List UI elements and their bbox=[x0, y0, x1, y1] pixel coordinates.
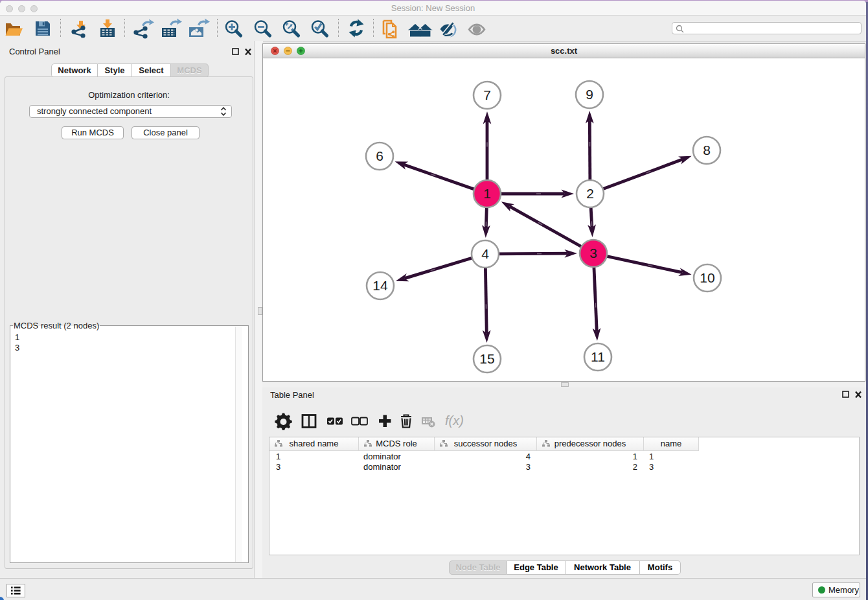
svg-text:7: 7 bbox=[483, 87, 491, 102]
svg-text:6: 6 bbox=[376, 148, 383, 163]
svg-text:3: 3 bbox=[589, 246, 597, 260]
svg-text:9: 9 bbox=[586, 87, 593, 102]
svg-text:1: 1 bbox=[483, 186, 491, 201]
svg-text:4: 4 bbox=[481, 246, 489, 261]
svg-text:8: 8 bbox=[703, 143, 711, 157]
svg-text:f(x): f(x) bbox=[445, 413, 464, 428]
svg-text:15: 15 bbox=[479, 351, 494, 366]
svg-text:14: 14 bbox=[372, 278, 388, 293]
svg-text:10: 10 bbox=[700, 270, 714, 285]
svg-text:2: 2 bbox=[586, 186, 594, 201]
svg-text:11: 11 bbox=[591, 349, 605, 364]
